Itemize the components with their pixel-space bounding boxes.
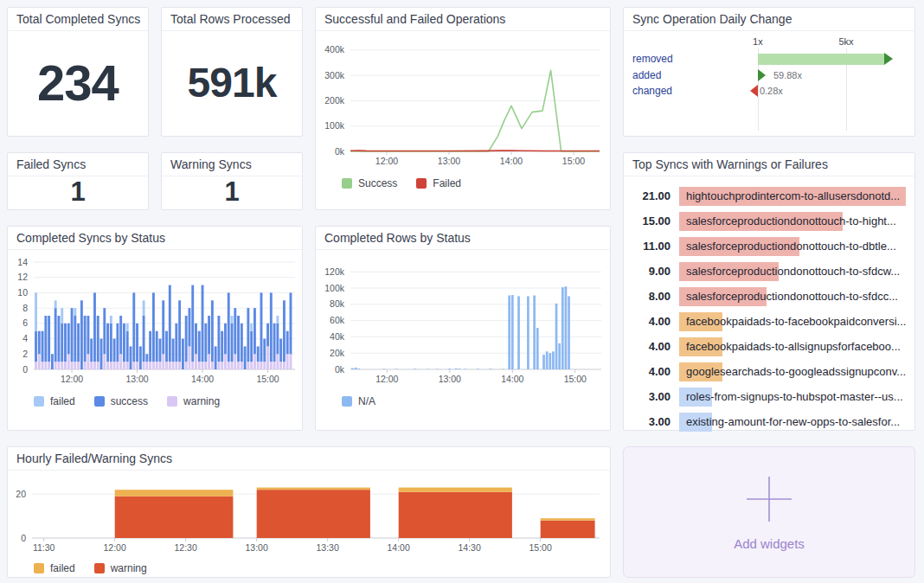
svg-text:14:00: 14:00 [500,156,523,166]
legend-item-failed[interactable]: failed [34,395,75,407]
legend-swatch [34,396,44,407]
top-sync-link[interactable]: facebookpaidads-to-facebookpaidconversi.… [679,312,906,331]
x-axis: 12:0013:0014:0015:00 [61,369,279,384]
top-sync-link[interactable]: salesforceproductiondonottouch-to-sfdcw.… [679,262,906,281]
svg-text:100k: 100k [324,120,345,131]
top-sync-link[interactable]: salesforceproductiondonottouch-to-dbtle.… [679,237,906,256]
svg-text:400k: 400k [324,44,345,54]
chart-legend: failedsuccesswarning [8,392,302,407]
chart-legend: N/A [316,392,610,407]
top-sync-value: 11.00 [629,240,671,253]
operations-line-chart: 0k100k200k300k400k12:0013:0014:0015:00Su… [316,31,610,189]
legend-swatch [167,396,177,407]
top-sync-link[interactable]: roles-from-signups-to-hubspot-master--us… [679,388,906,407]
legend-item-warning[interactable]: warning [94,562,147,574]
svg-text:13:00: 13:00 [438,156,460,166]
top-sync-link[interactable]: googlesearchads-to-googleadssignupconv..… [679,362,906,381]
add-widgets-button[interactable]: Add widgets [623,446,915,578]
svg-text:40k: 40k [330,331,345,342]
legend-swatch [94,396,105,407]
top-sync-value: 4.00 [629,315,671,328]
rows-by-status-svg: 0k20k40k60k80k100k120k12:0013:0014:0015:… [316,255,610,388]
panel-title-sync-operation-daily-change[interactable]: Sync Operation Daily Change [624,8,914,31]
top-sync-row: 11.00salesforceproductiondonottouch-to-d… [629,234,906,259]
svg-text:12: 12 [17,272,28,282]
legend-label: warning [111,562,147,574]
svg-text:80k: 80k [330,298,345,309]
top-sync-value: 4.00 [629,365,671,378]
legend-label: N/A [358,395,375,407]
svg-text:12:00: 12:00 [375,374,398,384]
svg-text:8: 8 [22,303,28,313]
svg-text:6: 6 [22,317,28,328]
legend-label: failed [50,395,75,407]
svg-text:15:00: 15:00 [564,374,587,384]
stat-warning-syncs: 1 [162,176,302,208]
legend-item-success[interactable]: Success [342,177,397,189]
top-sync-link[interactable]: hightouchprodintercom-to-allusersdonotd.… [679,187,906,206]
top-sync-link[interactable]: existing-amount-for-new-opps-to-salesfor… [679,413,906,432]
top-sync-row: 15.00salesforceproductiondonottouch-to-h… [629,208,906,234]
legend-item-warning[interactable]: warning [167,395,220,407]
top-sync-label-cell: salesforceproductiondonottouch-to-dbtle.… [679,237,906,256]
panel-title-warning-syncs[interactable]: Warning Syncs [162,153,302,176]
top-sync-link[interactable]: facebookpaidads-to-allsignupsforfaceboo.… [679,337,906,356]
svg-text:0: 0 [21,533,26,543]
top-sync-label-cell: roles-from-signups-to-hubspot-master--us… [679,388,906,407]
svg-text:12:30: 12:30 [175,542,197,553]
top-sync-label-cell: googlesearchads-to-googleadssignupconv..… [679,362,906,381]
panel-title-successful-failed-operations[interactable]: Successful and Failed Operations [316,8,610,31]
svg-text:14:00: 14:00 [191,374,214,384]
top-sync-value: 3.00 [629,390,671,403]
legend-item-n-a[interactable]: N/A [342,395,375,407]
rows-by-status-bar-chart: 0k20k40k60k80k100k120k12:0013:0014:0015:… [316,250,610,407]
svg-text:13:00: 13:00 [439,374,461,384]
legend-item-failed[interactable]: Failed [416,177,461,189]
svg-text:15:00: 15:00 [562,156,585,166]
legend-label: warning [183,395,220,407]
svg-text:300k: 300k [324,70,345,80]
svg-text:14:00: 14:00 [388,542,410,553]
top-sync-link[interactable]: salesforceproductiondonottouch-to-hight.… [679,212,906,231]
panel-title-total-completed-syncs[interactable]: Total Completed Syncs [8,8,148,31]
stacked-blocks [115,488,595,538]
top-sync-value: 9.00 [629,265,671,278]
top-sync-value: 21.00 [629,189,671,202]
svg-text:0: 0 [22,364,28,375]
legend-label: success [111,395,148,407]
gauge-row-label-changed[interactable]: changed [632,85,672,97]
daily-change-gauge: 1x5kxremovedadded59.88xchanged0.28x [624,31,914,136]
gauge-value-added: 59.88x [773,70,802,80]
gauge-marker-icon-added [758,69,766,81]
panel-warning-syncs: Warning Syncs 1 [161,152,303,210]
gauge-row-label-removed[interactable]: removed [632,53,673,65]
top-sync-row: 4.00facebookpaidads-to-allsignupsforface… [629,334,906,359]
panel-title-failed-syncs[interactable]: Failed Syncs [8,153,148,176]
x-axis: 12:0013:0014:0015:00 [375,369,587,384]
panel-title-top-syncs[interactable]: Top Syncs with Warnings or Failures [624,153,914,176]
panel-top-syncs: Top Syncs with Warnings or Failures 21.0… [623,152,915,431]
gauge-row-label-added[interactable]: added [632,69,661,81]
top-sync-link[interactable]: salesforceproductiondonottouch-to-sfdcc.… [679,287,906,306]
panel-hourly-failed-warning: Hourly Failed/Warning Syncs 02011:3012:0… [7,446,611,578]
panel-title-completed-rows-by-status[interactable]: Completed Rows by Status [316,227,610,250]
panel-failed-syncs: Failed Syncs 1 [7,152,149,210]
legend-item-failed[interactable]: failed [34,562,75,574]
legend-item-success[interactable]: success [94,395,148,407]
chart-legend: failedwarning [8,559,610,574]
legend-label: Success [358,177,397,189]
svg-text:2: 2 [22,349,28,359]
panel-title-total-rows-processed[interactable]: Total Rows Processed [162,8,302,31]
panel-title-hourly-failed-warning[interactable]: Hourly Failed/Warning Syncs [8,447,610,471]
panel-title-completed-syncs-by-status[interactable]: Completed Syncs by Status [8,227,302,250]
svg-text:12:00: 12:00 [375,156,398,166]
syncs-by-status-bar-chart: 0246810121412:0013:0014:0015:00failedsuc… [8,250,302,407]
top-sync-row: 4.00googlesearchads-to-googleadssignupco… [629,359,906,384]
legend-label: Failed [433,177,461,189]
svg-text:13:00: 13:00 [125,374,148,384]
hourly-failed-warning-chart: 02011:3012:0012:3013:0013:3014:0014:3015… [8,471,610,574]
svg-text:20: 20 [16,489,26,499]
stat-total-completed-syncs: 234 [8,31,148,133]
dashboard: Total Completed Syncs 234 Total Rows Pro… [0,0,924,583]
top-sync-row: 4.00facebookpaidads-to-facebookpaidconve… [629,309,906,334]
